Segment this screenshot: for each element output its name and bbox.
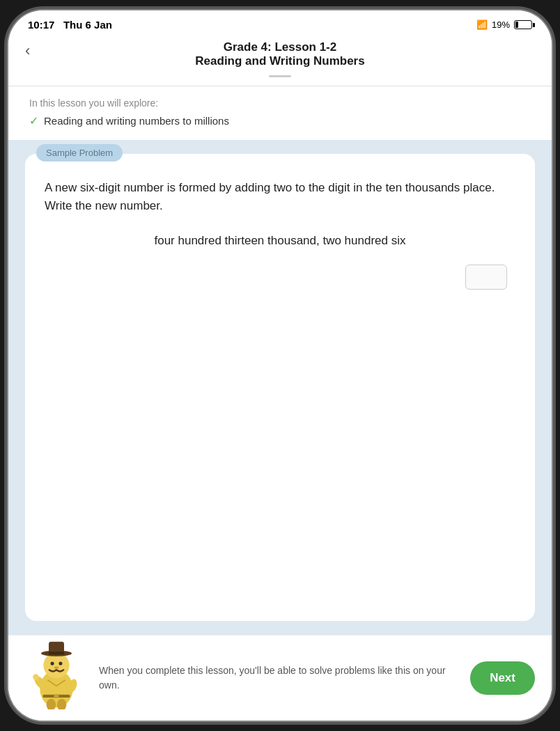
svg-point-7 xyxy=(54,666,59,668)
battery-percent: 19% xyxy=(492,19,510,30)
device-frame: 10:17 Thu 6 Jan 📶 19% ‹ Grade 4: Lesson … xyxy=(8,10,552,721)
svg-point-5 xyxy=(51,661,54,665)
status-right: 📶 19% xyxy=(476,19,532,30)
main-content: Sample Problem A new six-digit number is… xyxy=(8,140,552,635)
header-divider xyxy=(269,75,291,77)
problem-subtext: four hundred thirteen thousand, two hund… xyxy=(45,234,515,248)
header: ‹ Grade 4: Lesson 1-2 Reading and Writin… xyxy=(8,35,552,86)
back-button[interactable]: ‹ xyxy=(25,42,30,60)
battery-icon xyxy=(514,20,532,29)
answer-box[interactable] xyxy=(465,265,507,290)
next-button[interactable]: Next xyxy=(470,661,535,695)
header-title-line1: Grade 4: Lesson 1-2 xyxy=(224,40,337,54)
footer: When you complete this lesson, you'll be… xyxy=(8,635,552,721)
status-time: 10:17 Thu 6 Jan xyxy=(28,19,112,31)
lesson-intro: In this lesson you will explore: ✓ Readi… xyxy=(8,86,552,140)
header-title-line2: Reading and Writing Numbers xyxy=(195,54,364,68)
problem-body: A new six-digit number is formed by addi… xyxy=(25,154,535,621)
intro-item: ✓ Reading and writing numbers to million… xyxy=(29,114,531,127)
problem-text: A new six-digit number is formed by addi… xyxy=(45,179,515,214)
mascot-svg xyxy=(25,633,88,709)
problem-card: Sample Problem A new six-digit number is… xyxy=(25,154,535,621)
screen: 10:17 Thu 6 Jan 📶 19% ‹ Grade 4: Lesson … xyxy=(8,10,552,721)
svg-point-6 xyxy=(59,661,62,665)
intro-label: In this lesson you will explore: xyxy=(29,97,531,109)
svg-point-9 xyxy=(33,674,38,679)
check-icon: ✓ xyxy=(29,114,38,127)
sample-badge: Sample Problem xyxy=(36,144,123,162)
battery-fill xyxy=(515,22,518,28)
intro-item-text: Reading and writing numbers to millions xyxy=(44,115,229,127)
mascot xyxy=(25,647,88,709)
svg-rect-4 xyxy=(49,652,64,654)
svg-rect-14 xyxy=(54,694,59,698)
status-bar: 10:17 Thu 6 Jan 📶 19% xyxy=(8,10,552,35)
wifi-icon: 📶 xyxy=(476,19,488,30)
footer-message: When you complete this lesson, you'll be… xyxy=(99,663,459,693)
